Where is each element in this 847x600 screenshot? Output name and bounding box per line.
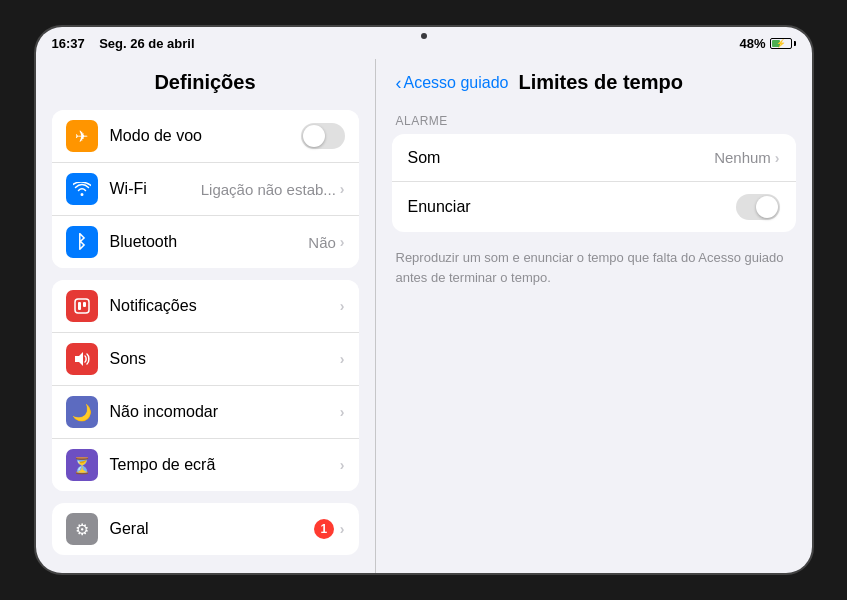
wifi-icon: [66, 173, 98, 205]
airplane-icon: ✈: [66, 120, 98, 152]
sounds-icon: [66, 343, 98, 375]
bluetooth-chevron: ›: [340, 234, 345, 250]
settings-group-general: ⚙ Geral 1 ›: [52, 503, 359, 555]
bluetooth-label: Bluetooth: [110, 233, 309, 251]
battery-icon: ⚡: [770, 38, 796, 49]
settings-group-connectivity: ✈ Modo de voo Wi-F: [52, 110, 359, 268]
back-button[interactable]: ‹ Acesso guiado: [396, 74, 509, 92]
notifications-icon: [66, 290, 98, 322]
back-chevron-icon: ‹: [396, 74, 402, 92]
general-badge: 1: [314, 519, 334, 539]
main-content: Definições ✈ Modo de voo: [36, 59, 812, 573]
svg-rect-2: [83, 302, 86, 307]
svg-rect-1: [78, 302, 81, 310]
detail-title: Limites de tempo: [518, 71, 682, 94]
detail-group-alarm: Som Nenhum › Enunciar: [392, 134, 796, 232]
settings-title: Definições: [36, 59, 375, 104]
settings-item-general[interactable]: ⚙ Geral 1 ›: [52, 503, 359, 555]
airplane-label: Modo de voo: [110, 127, 301, 145]
description-text: Reproduzir um som e enunciar o tempo que…: [376, 242, 812, 301]
battery-nub: [794, 41, 796, 46]
detail-header: ‹ Acesso guiado Limites de tempo: [376, 59, 812, 104]
lightning-icon: ⚡: [776, 39, 786, 48]
detail-panel: ‹ Acesso guiado Limites de tempo ALARME …: [376, 59, 812, 573]
status-time-date: 16:37 Seg. 26 de abril: [52, 36, 195, 51]
settings-item-screentime[interactable]: ⏳ Tempo de ecrã ›: [52, 439, 359, 491]
settings-item-donotdisturb[interactable]: 🌙 Não incomodar ›: [52, 386, 359, 439]
sounds-chevron: ›: [340, 351, 345, 367]
settings-item-notifications[interactable]: Notificações ›: [52, 280, 359, 333]
section-label-alarme: ALARME: [376, 104, 812, 134]
airplane-toggle-knob: [303, 125, 325, 147]
enunciar-toggle-knob: [756, 196, 778, 218]
general-label: Geral: [110, 520, 314, 538]
bluetooth-icon: ᛒ: [66, 226, 98, 258]
som-label: Som: [408, 149, 715, 167]
enunciar-toggle[interactable]: [736, 194, 780, 220]
general-chevron: ›: [340, 521, 345, 537]
battery-percent: 48%: [739, 36, 765, 51]
back-label[interactable]: Acesso guiado: [404, 74, 509, 92]
enunciar-label: Enunciar: [408, 198, 736, 216]
donotdisturb-chevron: ›: [340, 404, 345, 420]
wifi-value: Ligação não estab...: [201, 181, 336, 198]
donotdisturb-icon: 🌙: [66, 396, 98, 428]
settings-item-sounds[interactable]: Sons ›: [52, 333, 359, 386]
som-chevron: ›: [775, 150, 780, 166]
status-right: 48% ⚡: [739, 36, 795, 51]
sounds-label: Sons: [110, 350, 340, 368]
status-date: Seg. 26 de abril: [99, 36, 194, 51]
detail-item-enunciar[interactable]: Enunciar: [392, 182, 796, 232]
screentime-icon: ⏳: [66, 449, 98, 481]
svg-rect-0: [75, 299, 89, 313]
status-bar: 16:37 Seg. 26 de abril 48% ⚡: [36, 27, 812, 59]
airplane-toggle[interactable]: [301, 123, 345, 149]
settings-item-airplane[interactable]: ✈ Modo de voo: [52, 110, 359, 163]
notifications-label: Notificações: [110, 297, 340, 315]
status-time: 16:37: [52, 36, 85, 51]
wifi-chevron: ›: [340, 181, 345, 197]
screentime-label: Tempo de ecrã: [110, 456, 340, 474]
bluetooth-value: Não: [308, 234, 336, 251]
svg-marker-3: [75, 352, 83, 366]
screentime-chevron: ›: [340, 457, 345, 473]
device-frame: 16:37 Seg. 26 de abril 48% ⚡ Definições: [34, 25, 814, 575]
notifications-chevron: ›: [340, 298, 345, 314]
general-icon: ⚙: [66, 513, 98, 545]
settings-group-preferences: Notificações › Sons › 🌙: [52, 280, 359, 491]
detail-item-som[interactable]: Som Nenhum ›: [392, 134, 796, 182]
settings-panel: Definições ✈ Modo de voo: [36, 59, 376, 573]
settings-item-wifi[interactable]: Wi-Fi Ligação não estab... ›: [52, 163, 359, 216]
som-value: Nenhum: [714, 149, 771, 166]
settings-item-bluetooth[interactable]: ᛒ Bluetooth Não ›: [52, 216, 359, 268]
camera-dot: [421, 33, 427, 39]
wifi-label: Wi-Fi: [110, 180, 201, 198]
donotdisturb-label: Não incomodar: [110, 403, 340, 421]
battery-body: ⚡: [770, 38, 792, 49]
